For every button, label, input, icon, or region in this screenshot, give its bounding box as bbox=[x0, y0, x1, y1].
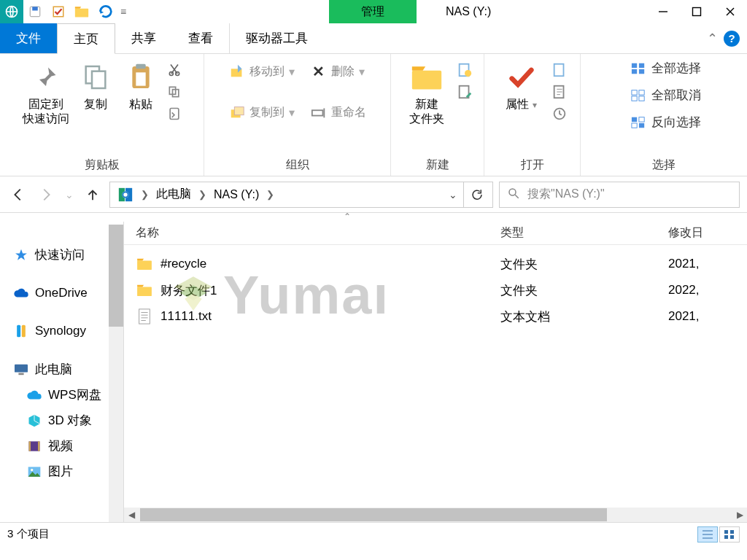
svg-rect-74 bbox=[724, 535, 728, 539]
svg-rect-23 bbox=[311, 110, 322, 115]
paste-button[interactable]: 粘贴 bbox=[120, 58, 161, 112]
tab-view[interactable]: 查看 bbox=[172, 23, 230, 53]
svg-rect-30 bbox=[554, 64, 563, 77]
up-button[interactable] bbox=[82, 184, 104, 206]
qat-check-icon[interactable] bbox=[47, 0, 70, 23]
nav-scrollbar-thumb[interactable] bbox=[109, 225, 123, 327]
maximize-button[interactable] bbox=[680, 0, 713, 23]
view-details-button[interactable] bbox=[697, 526, 718, 542]
file-type: 文本文档 bbox=[500, 308, 668, 325]
navitem-videos[interactable]: 视频 bbox=[0, 433, 123, 459]
chevron-right-icon[interactable]: ❯ bbox=[138, 189, 152, 200]
qat-save-icon[interactable] bbox=[23, 0, 47, 23]
status-item-count: 3 个项目 bbox=[7, 527, 50, 541]
qat-folder-icon[interactable] bbox=[70, 0, 93, 23]
recent-locations-button[interactable]: ⌄ bbox=[63, 184, 76, 206]
copy-path-icon[interactable] bbox=[166, 83, 183, 101]
search-icon bbox=[507, 187, 520, 203]
navitem-quick-access[interactable]: 快速访问 bbox=[0, 242, 123, 268]
breadcrumb-drive[interactable]: NAS (Y:) bbox=[209, 182, 263, 207]
tab-share[interactable]: 共享 bbox=[115, 23, 172, 53]
tab-file[interactable]: 文件 bbox=[0, 23, 57, 53]
file-row[interactable]: 11111.txt文本文档2021, bbox=[136, 303, 747, 330]
navitem-thispc[interactable]: 此电脑 bbox=[0, 357, 123, 382]
column-header-modified[interactable]: 修改日 bbox=[668, 225, 747, 241]
svg-rect-37 bbox=[632, 90, 637, 94]
titlebar: ≡ 管理 NAS (Y:) bbox=[0, 0, 747, 23]
navitem-3d-objects[interactable]: 3D 对象 bbox=[0, 408, 123, 433]
easy-access-icon[interactable] bbox=[456, 83, 473, 101]
properties-button[interactable]: 属性 ▾ bbox=[497, 58, 546, 112]
view-large-icons-button[interactable] bbox=[719, 526, 740, 542]
star-icon bbox=[13, 247, 29, 263]
tab-home[interactable]: 主页 bbox=[57, 23, 115, 54]
qat-customize-icon[interactable]: ≡ bbox=[117, 0, 130, 23]
navitem-onedrive[interactable]: OneDrive bbox=[0, 281, 123, 306]
svg-rect-38 bbox=[639, 90, 644, 94]
scroll-right-icon[interactable]: ▶ bbox=[732, 510, 747, 520]
search-input[interactable]: 搜索"NAS (Y:)" bbox=[499, 182, 740, 208]
file-list[interactable]: #recycle文件夹2021,财务文件1文件夹2022,11111.txt文本… bbox=[124, 245, 747, 330]
pin-to-quick-access-button[interactable]: 固定到 快速访问 bbox=[21, 58, 71, 128]
chevron-right-icon[interactable]: ❯ bbox=[263, 189, 277, 200]
delete-button[interactable]: ✕ 删除▾ bbox=[308, 60, 368, 83]
cut-icon[interactable] bbox=[166, 61, 183, 79]
breadcrumb-thispc[interactable]: 此电脑 bbox=[152, 182, 196, 207]
copy-button[interactable]: 复制 bbox=[75, 58, 116, 112]
copy-to-button[interactable]: 复制到▾ bbox=[226, 101, 298, 124]
svg-point-28 bbox=[465, 70, 471, 77]
column-header-name[interactable]: 名称 bbox=[136, 225, 500, 241]
svg-rect-11 bbox=[92, 71, 105, 88]
group-open-label: 打开 bbox=[521, 155, 544, 174]
file-name: 11111.txt bbox=[160, 309, 500, 324]
address-dropdown-icon[interactable]: ⌄ bbox=[443, 189, 463, 201]
svg-rect-22 bbox=[234, 107, 244, 115]
address-bar[interactable]: ❯ 此电脑 ❯ NAS (Y:) ❯ ⌄ bbox=[109, 182, 493, 208]
open-icon[interactable] bbox=[551, 61, 568, 79]
scroll-left-icon[interactable]: ◀ bbox=[124, 510, 139, 520]
qat-undo-icon[interactable] bbox=[93, 0, 117, 23]
new-folder-icon bbox=[411, 61, 443, 93]
horizontal-scrollbar[interactable]: ◀ ▶ bbox=[124, 508, 747, 522]
properties-icon bbox=[506, 61, 538, 93]
new-item-icon[interactable] bbox=[456, 61, 473, 79]
column-resize-icon[interactable]: ⌃ bbox=[343, 211, 352, 222]
help-icon[interactable]: ? bbox=[724, 31, 740, 47]
paste-shortcut-icon[interactable] bbox=[166, 105, 183, 122]
forward-button[interactable] bbox=[35, 184, 57, 206]
file-date: 2022, bbox=[668, 283, 747, 298]
svg-point-59 bbox=[31, 468, 33, 470]
invert-selection-button[interactable]: 反向选择 bbox=[627, 112, 705, 132]
deselect-all-button[interactable]: 全部取消 bbox=[627, 85, 705, 105]
tab-drive-tools[interactable]: 驱动器工具 bbox=[230, 23, 324, 53]
ribbon-tabs: 文件 主页 共享 查看 驱动器工具 ⌃ ? bbox=[0, 23, 747, 54]
chevron-right-icon[interactable]: ❯ bbox=[196, 189, 209, 200]
scrollbar-thumb[interactable] bbox=[140, 508, 607, 521]
minimize-button[interactable] bbox=[646, 0, 680, 23]
svg-rect-33 bbox=[632, 63, 637, 67]
file-name: #recycle bbox=[160, 257, 500, 271]
navitem-wps[interactable]: WPS网盘 bbox=[0, 382, 123, 408]
navitem-synology[interactable]: Synology bbox=[0, 319, 123, 343]
history-icon[interactable] bbox=[551, 105, 568, 122]
select-all-button[interactable]: 全部选择 bbox=[627, 58, 705, 78]
back-button[interactable] bbox=[7, 184, 29, 206]
column-header-type[interactable]: 类型 bbox=[500, 225, 668, 241]
app-icon[interactable] bbox=[0, 0, 23, 23]
svg-rect-4 bbox=[75, 9, 88, 18]
collapse-ribbon-icon[interactable]: ⌃ bbox=[707, 31, 718, 47]
svg-rect-53 bbox=[15, 364, 28, 372]
move-to-button[interactable]: 移动到▾ bbox=[226, 60, 298, 83]
rename-button[interactable]: 重命名 bbox=[308, 101, 369, 124]
file-row[interactable]: 财务文件1文件夹2022, bbox=[136, 277, 747, 303]
svg-rect-44 bbox=[639, 122, 644, 127]
navitem-pictures[interactable]: 图片 bbox=[0, 459, 123, 484]
svg-rect-35 bbox=[632, 69, 637, 73]
file-row[interactable]: #recycle文件夹2021, bbox=[136, 251, 747, 277]
ribbon: 固定到 快速访问 复制 粘贴 剪贴板 移动 bbox=[0, 54, 747, 176]
new-folder-button[interactable]: 新建 文件夹 bbox=[402, 58, 452, 128]
close-button[interactable] bbox=[713, 0, 747, 23]
edit-icon[interactable] bbox=[551, 83, 568, 101]
refresh-button[interactable] bbox=[463, 182, 489, 207]
context-tab-manage[interactable]: 管理 bbox=[329, 0, 417, 23]
